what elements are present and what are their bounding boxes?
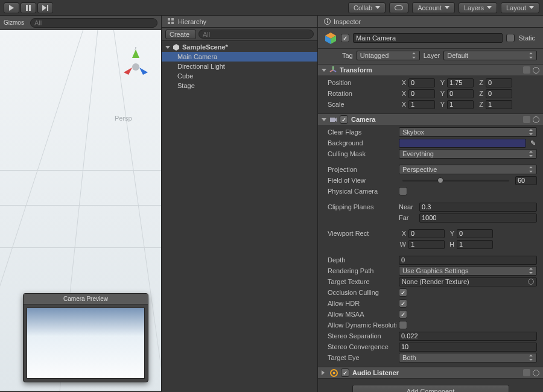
svg-point-0 xyxy=(132,63,139,71)
svg-rect-11 xyxy=(327,21,328,23)
foldout-icon[interactable] xyxy=(165,46,170,49)
svg-rect-5 xyxy=(168,18,170,21)
position-x-field[interactable] xyxy=(408,78,435,87)
layers-menu[interactable]: Layers xyxy=(459,2,497,13)
chevron-down-icon xyxy=(445,6,449,9)
hierarchy-tree: SampleScene* Main Camera Directional Lig… xyxy=(162,41,317,92)
scale-y-field[interactable] xyxy=(447,100,474,109)
rendering-path-dropdown[interactable]: Use Graphics Settings xyxy=(399,266,537,276)
near-label: Near xyxy=(399,203,417,210)
occlusion-culling-checkbox[interactable] xyxy=(399,288,407,297)
allow-msaa-checkbox[interactable] xyxy=(399,310,407,318)
item-label: Cube xyxy=(177,72,193,80)
position-z-field[interactable] xyxy=(486,78,512,87)
transform-header[interactable]: Transform xyxy=(318,65,543,75)
inspector-tab[interactable]: Inspector xyxy=(318,16,543,28)
scene-row[interactable]: SampleScene* xyxy=(162,42,317,52)
layer-value: Default xyxy=(447,52,468,59)
physical-camera-checkbox[interactable] xyxy=(399,187,407,195)
rotation-z-field[interactable] xyxy=(486,89,512,98)
foldout-icon[interactable] xyxy=(322,69,326,72)
projection-dropdown[interactable]: Perspective xyxy=(399,165,537,174)
chevron-down-icon xyxy=(529,6,534,9)
audio-listener-header[interactable]: Audio Listener xyxy=(318,367,543,378)
stereo-separation-field[interactable] xyxy=(399,332,537,341)
camera-header[interactable]: Camera xyxy=(318,114,543,125)
viewport-y-field[interactable] xyxy=(457,229,493,238)
hierarchy-toolbar: Create xyxy=(162,28,317,41)
account-menu[interactable]: Account xyxy=(412,2,455,13)
clear-flags-dropdown[interactable]: Skybox xyxy=(399,127,537,137)
fov-slider[interactable] xyxy=(402,176,509,185)
rotation-x-field[interactable] xyxy=(408,89,435,98)
cloud-icon xyxy=(395,5,403,10)
stereo-convergence-field[interactable] xyxy=(399,343,537,352)
allow-hdr-checkbox[interactable] xyxy=(399,299,407,308)
static-checkbox[interactable] xyxy=(506,34,515,42)
culling-mask-dropdown[interactable]: Everything xyxy=(399,149,537,159)
tag-layer-row: Tag Untagged Layer Default xyxy=(318,49,543,65)
scene-viewport[interactable]: y Persp Camera Preview xyxy=(0,30,161,391)
fov-field[interactable] xyxy=(515,176,537,185)
svg-marker-20 xyxy=(335,118,337,122)
camera-enabled-checkbox[interactable] xyxy=(340,115,348,124)
play-button[interactable] xyxy=(4,2,19,13)
hierarchy-search-input[interactable] xyxy=(198,30,314,39)
scale-z-field[interactable] xyxy=(486,100,512,109)
inspector-panel: Inspector Static Tag Untagged Layer Defa… xyxy=(318,16,543,392)
account-label: Account xyxy=(418,4,442,11)
cloud-button[interactable] xyxy=(389,2,408,13)
help-icon[interactable] xyxy=(523,66,530,74)
create-menu[interactable]: Create xyxy=(165,30,196,39)
pause-button[interactable] xyxy=(21,2,36,13)
gear-icon[interactable] xyxy=(533,116,539,123)
gameobject-name-input[interactable] xyxy=(353,33,503,43)
hierarchy-item-cube[interactable]: Cube xyxy=(162,71,317,81)
svg-marker-1 xyxy=(132,49,139,58)
layer-dropdown[interactable]: Default xyxy=(443,51,537,60)
eyedropper-icon[interactable]: ✎ xyxy=(529,139,537,147)
svg-rect-8 xyxy=(171,22,174,24)
background-color-field[interactable] xyxy=(399,139,526,148)
gameobject-active-checkbox[interactable] xyxy=(341,34,349,42)
play-icon xyxy=(9,5,14,11)
tag-dropdown[interactable]: Untagged xyxy=(357,51,420,60)
help-icon[interactable] xyxy=(523,116,530,123)
hierarchy-item-stage[interactable]: Stage xyxy=(162,81,317,90)
audio-listener-title: Audio Listener xyxy=(352,369,399,376)
culling-mask-label: Culling Mask xyxy=(324,150,396,157)
near-field[interactable] xyxy=(419,203,537,212)
static-label: Static xyxy=(518,34,537,42)
object-picker-icon[interactable] xyxy=(528,279,534,285)
scene-search-input[interactable] xyxy=(30,18,157,28)
viewport-x-field[interactable] xyxy=(408,229,445,238)
item-label: Directional Light xyxy=(177,63,225,70)
dynamic-resolution-label: Allow Dynamic Resolution xyxy=(324,321,396,329)
scale-x-field[interactable] xyxy=(408,100,435,109)
orientation-gizmo[interactable]: y xyxy=(118,47,154,83)
layout-menu[interactable]: Layout xyxy=(501,2,539,13)
viewport-h-field[interactable] xyxy=(457,240,493,249)
gizmos-toggle[interactable]: Gizmos xyxy=(4,19,24,26)
depth-field[interactable] xyxy=(399,256,537,265)
foldout-icon[interactable] xyxy=(322,118,326,121)
hierarchy-item-directional-light[interactable]: Directional Light xyxy=(162,62,317,71)
viewport-w-field[interactable] xyxy=(408,240,445,249)
add-component-button[interactable]: Add Component xyxy=(352,385,509,392)
gear-icon[interactable] xyxy=(533,370,539,376)
collab-menu[interactable]: Collab xyxy=(348,2,386,13)
target-texture-field[interactable]: None (Render Texture) xyxy=(399,277,537,286)
far-field[interactable] xyxy=(419,213,537,223)
help-icon[interactable] xyxy=(523,369,530,376)
gear-icon[interactable] xyxy=(533,67,539,74)
step-button[interactable] xyxy=(37,2,53,13)
hierarchy-item-main-camera[interactable]: Main Camera xyxy=(162,52,317,62)
position-y-field[interactable] xyxy=(447,78,474,87)
rotation-y-field[interactable] xyxy=(447,89,474,98)
foldout-icon[interactable] xyxy=(322,370,327,375)
audio-listener-enabled-checkbox[interactable] xyxy=(341,368,349,377)
dynamic-resolution-checkbox[interactable] xyxy=(399,321,407,329)
allow-hdr-label: Allow HDR xyxy=(324,300,396,307)
target-eye-dropdown[interactable]: Both xyxy=(399,353,537,362)
hierarchy-tab[interactable]: Hierarchy xyxy=(162,16,317,28)
